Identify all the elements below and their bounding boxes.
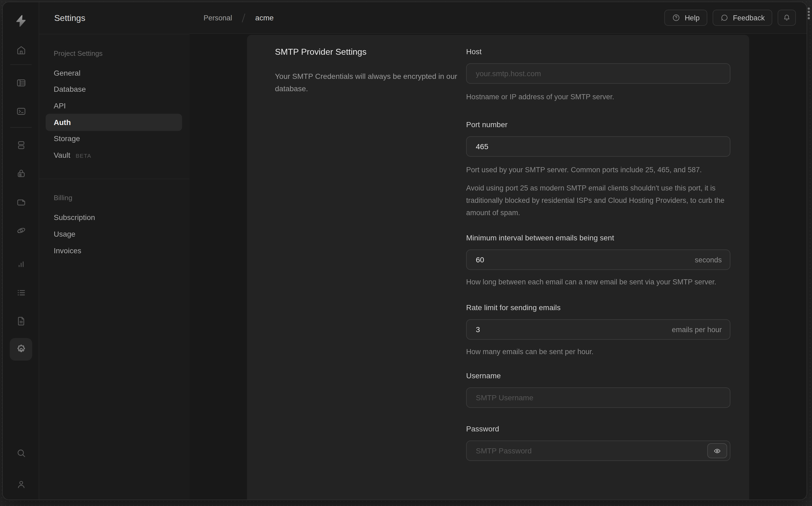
sidebar-item-api[interactable]: API [54, 101, 66, 110]
interval-field-box: seconds [466, 250, 730, 270]
sidebar-divider [39, 179, 190, 179]
project-settings-icon[interactable] [10, 338, 32, 360]
port-field-box [466, 136, 730, 157]
panel-title: SMTP Provider Settings [275, 47, 468, 57]
username-label: Username [466, 371, 730, 380]
table-editor-icon[interactable] [10, 71, 32, 94]
section-header-billing: Billing [54, 194, 72, 202]
edge-functions-icon[interactable] [10, 219, 32, 242]
smtp-form: Host Hostname or IP address of your SMTP… [466, 35, 730, 461]
supabase-bolt-icon[interactable] [14, 14, 28, 28]
app-window: Settings Project Settings General Databa… [3, 2, 807, 500]
port-label: Port number [466, 120, 730, 129]
host-input[interactable] [475, 69, 722, 78]
smtp-settings-panel: SMTP Provider Settings Your SMTP Credent… [247, 35, 749, 500]
password-input[interactable] [475, 446, 722, 455]
search-icon[interactable] [10, 442, 32, 464]
database-icon[interactable] [10, 134, 32, 156]
username-input[interactable] [475, 393, 722, 403]
sidebar-item-vault-label: Vault [54, 151, 70, 159]
sidebar-item-subscription[interactable]: Subscription [54, 213, 95, 222]
breadcrumb-org[interactable]: Personal [204, 14, 232, 22]
settings-sidebar: Settings Project Settings General Databa… [39, 2, 190, 500]
sidebar-item-vault[interactable]: VaultBETA [54, 151, 91, 160]
host-helper: Hostname or IP address of your SMTP serv… [466, 91, 730, 103]
help-label: Help [685, 14, 700, 22]
rate-input[interactable] [475, 325, 672, 334]
sidebar-item-usage[interactable]: Usage [54, 230, 75, 238]
docs-icon[interactable] [10, 310, 32, 332]
rate-unit: emails per hour [672, 325, 722, 334]
account-icon[interactable] [10, 473, 32, 495]
page-title: Settings [39, 2, 190, 34]
eye-icon [713, 447, 721, 455]
app-viewport: Settings Project Settings General Databa… [0, 0, 812, 506]
panel-intro: SMTP Provider Settings Your SMTP Credent… [275, 35, 468, 102]
port-helper: Port used by your SMTP server. Common po… [466, 164, 730, 176]
icon-rail [3, 2, 39, 500]
authentication-icon[interactable] [10, 162, 32, 185]
logs-icon[interactable] [10, 281, 32, 304]
sidebar-item-auth[interactable]: Auth [46, 114, 182, 131]
sidebar-item-database[interactable]: Database [54, 85, 86, 93]
rate-field-box: emails per hour [466, 319, 730, 340]
rail-divider [10, 127, 32, 128]
reports-icon[interactable] [10, 253, 32, 275]
interval-helper: How long between each email can a new em… [466, 276, 730, 288]
sql-editor-icon[interactable] [10, 100, 32, 122]
section-header-project-settings: Project Settings [54, 50, 102, 58]
port-input[interactable] [475, 142, 722, 151]
password-label: Password [466, 424, 730, 433]
reveal-password-button[interactable] [707, 443, 727, 458]
port-note: Avoid using port 25 as modern SMTP email… [466, 182, 730, 219]
panel-description: Your SMTP Credentials will always be enc… [275, 70, 466, 95]
interval-input[interactable] [475, 255, 695, 264]
sidebar-item-auth-label: Auth [54, 118, 71, 126]
interval-unit: seconds [695, 256, 722, 264]
host-field-box [466, 63, 730, 84]
home-icon[interactable] [10, 38, 32, 61]
page-scrollbar[interactable] [808, 7, 810, 21]
bell-icon [783, 13, 791, 22]
content-area: SMTP Provider Settings Your SMTP Credent… [190, 34, 807, 500]
rate-label: Rate limit for sending emails [466, 303, 730, 312]
interval-label: Minimum interval between emails being se… [466, 233, 730, 242]
sidebar-item-general[interactable]: General [54, 69, 81, 77]
username-field-box [466, 388, 730, 408]
rate-helper: How many emails can be sent per hour. [466, 346, 730, 358]
notifications-button[interactable] [778, 10, 796, 26]
sidebar-item-invoices[interactable]: Invoices [54, 246, 81, 255]
help-button[interactable]: Help [664, 10, 707, 26]
storage-icon[interactable] [10, 190, 32, 213]
host-label: Host [466, 47, 730, 56]
rail-divider [10, 64, 32, 65]
feedback-button[interactable]: Feedback [712, 10, 772, 26]
top-bar: Personal acme Help Feedback [190, 2, 807, 34]
feedback-label: Feedback [733, 14, 765, 22]
beta-badge: BETA [76, 152, 91, 159]
password-field-box [466, 440, 730, 461]
speech-bubble-icon [720, 13, 729, 22]
breadcrumb-project[interactable]: acme [255, 13, 274, 22]
sidebar-item-storage[interactable]: Storage [54, 134, 80, 143]
breadcrumb-separator [242, 13, 245, 22]
help-circle-icon [672, 13, 680, 22]
